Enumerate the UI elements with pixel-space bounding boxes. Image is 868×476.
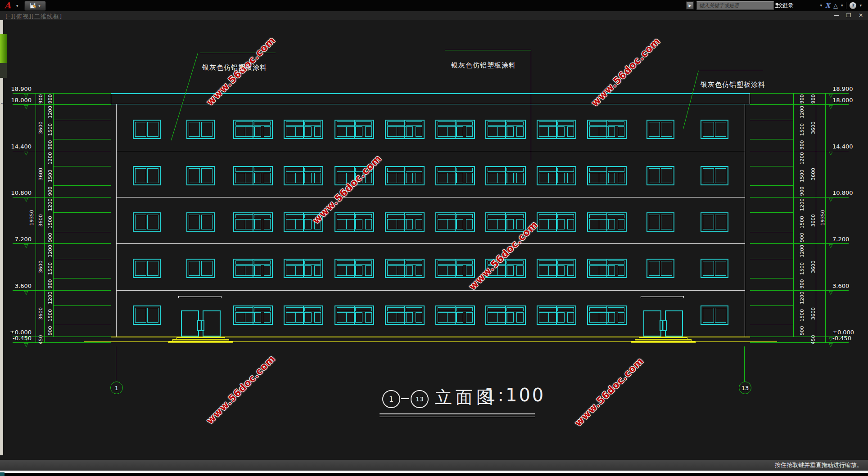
login-button[interactable]: 登录 — [783, 2, 794, 9]
dimension-label: 900 — [799, 279, 805, 289]
dimension-label: 3600 — [38, 307, 44, 320]
window — [537, 212, 576, 232]
window — [133, 212, 161, 232]
quick-access-toolbar: A ▾ ▾ ▶ 登录 ▾ — [0, 0, 868, 11]
restore-button[interactable]: ❐ — [845, 12, 852, 18]
infocenter-run-icon[interactable]: ▶ — [686, 1, 694, 9]
save-icon[interactable] — [30, 3, 36, 9]
entrance-canopy — [641, 296, 684, 298]
status-bar: 按住拾取键并垂直拖动进行缩放。 — [0, 460, 868, 471]
sub-level-line — [53, 259, 111, 259]
window — [335, 305, 374, 325]
palette-thumbnail-dark — [0, 63, 7, 78]
annotation-underline — [445, 50, 531, 50]
user-icon — [774, 2, 780, 9]
window — [284, 166, 323, 185]
window — [485, 305, 526, 325]
dimension-label: 1500 — [799, 123, 805, 136]
sub-level-line — [750, 278, 793, 278]
floor-line — [116, 290, 745, 291]
sub-level-line — [53, 337, 111, 337]
window — [435, 120, 475, 139]
window — [587, 120, 627, 139]
facade-annotation: 银灰色仿铝塑板涂料 — [202, 63, 267, 72]
drawing-scale: 1:100 — [484, 385, 545, 405]
a360-icon[interactable]: △ — [833, 2, 838, 9]
dimension-label: 1500 — [799, 262, 805, 275]
anchored-palette-strip[interactable] — [0, 20, 3, 455]
dimension-label: 3600 — [38, 121, 44, 134]
elevation-label: 18.000 — [8, 97, 32, 103]
bottom-corner-chip — [0, 472, 5, 476]
window — [133, 120, 161, 139]
sub-level-line — [53, 151, 111, 151]
sub-level-line — [750, 197, 793, 198]
dimension-label: 900 — [47, 233, 53, 242]
sub-level-line — [53, 120, 111, 120]
window — [701, 120, 728, 139]
drawing-canvas[interactable]: ^ 90012001500900120015009001200150090012… — [0, 20, 868, 460]
elevation-triangle-icon: ▽ — [829, 198, 832, 202]
exchange-apps-icon[interactable]: X — [825, 2, 830, 9]
save-caret-icon[interactable]: ▾ — [38, 4, 41, 8]
sub-level-line — [53, 166, 111, 166]
minimize-button[interactable]: — — [833, 12, 840, 18]
elevation-line — [13, 342, 35, 343]
floor-line — [116, 243, 745, 244]
search-input[interactable] — [696, 1, 774, 10]
sub-level-line — [750, 325, 793, 325]
sub-level-line — [750, 151, 793, 151]
dimension-label: 3600 — [38, 260, 44, 273]
palette-thumbnail[interactable] — [0, 34, 7, 63]
dimension-label: 900 — [799, 187, 805, 196]
window — [133, 305, 161, 325]
divider — [846, 2, 846, 9]
dimension-label: 900 — [799, 233, 805, 242]
help-caret-icon[interactable]: ▾ — [859, 3, 862, 8]
help-icon[interactable]: ? — [850, 2, 856, 9]
logo-caret-icon[interactable]: ▾ — [16, 4, 18, 8]
dimension-label: 3600 — [810, 121, 816, 134]
elevation-triangle-icon: ▽ — [24, 198, 28, 202]
sub-level-line — [750, 166, 793, 166]
bottom-strip — [0, 473, 868, 476]
elevation-label: 7.200 — [8, 236, 32, 242]
app-logo-icon[interactable]: A — [5, 0, 11, 10]
elevation-line — [13, 197, 35, 198]
floor-line — [116, 197, 745, 198]
dimension-label: 1200 — [799, 152, 805, 165]
sub-level-line — [750, 212, 793, 213]
dimension-label: 1500 — [799, 216, 805, 229]
window — [701, 305, 728, 325]
sub-level-line — [53, 104, 111, 105]
window — [646, 120, 674, 139]
dimension-label: 1500 — [47, 309, 53, 322]
window — [537, 259, 576, 278]
window — [385, 166, 425, 185]
login-caret-icon[interactable]: ▾ — [820, 3, 823, 8]
close-button[interactable]: ✕ — [857, 12, 864, 18]
title-rule — [380, 417, 535, 417]
window — [284, 305, 323, 325]
sub-level-line — [750, 259, 793, 259]
dimension-total-label: 19350 — [820, 210, 826, 226]
elevation-triangle-icon: ▽ — [829, 343, 832, 347]
elevation-triangle-icon: ▽ — [829, 151, 832, 156]
dimension-label: 1500 — [47, 170, 53, 182]
dimension-label: 1200 — [47, 152, 53, 165]
entrance-step — [168, 341, 233, 343]
palette-chevron-icon[interactable]: ^ — [0, 103, 4, 108]
a360-caret-icon[interactable]: ▾ — [841, 3, 843, 8]
sub-level-line — [53, 290, 111, 290]
sub-level-line — [53, 305, 111, 306]
window — [335, 259, 374, 278]
window — [233, 120, 273, 139]
dimension-label: 900 — [47, 279, 53, 289]
dimension-label: 900 — [47, 326, 53, 336]
dimension-label: 1500 — [799, 309, 805, 322]
elevation-label: 10.800 — [832, 189, 858, 196]
dimension-label: 3600 — [810, 214, 816, 227]
window — [485, 120, 526, 139]
viewport-controls-label[interactable]: [-][俯视][二维线框] — [5, 13, 62, 21]
entrance-canopy — [178, 296, 222, 298]
